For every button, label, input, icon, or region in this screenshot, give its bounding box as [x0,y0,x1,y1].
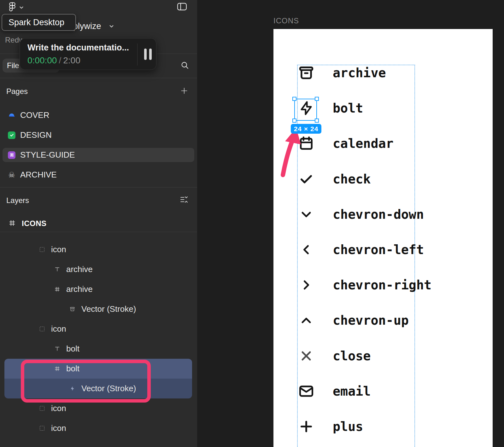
canvas-icon-row-check[interactable]: check [273,170,493,188]
page-label: COVER [20,110,49,120]
close-icon[interactable] [298,348,314,364]
divider [137,44,138,66]
layer-row-bolt[interactable]: bolt [0,339,197,359]
chevron-right-icon[interactable] [298,277,314,293]
layer-row-background [4,418,192,438]
component-icon [38,247,45,252]
text-icon [54,346,61,351]
layer-row-archive[interactable]: archive [0,259,197,279]
selection-handle[interactable] [315,97,319,101]
layer-label: icon [51,403,66,413]
icon-label: archive [333,66,386,80]
figma-app-window: Redw plywize File Pages COVER DESIGN STY… [0,0,504,447]
divider [0,78,197,78]
icon-label: chevron-left [333,242,424,257]
collapse-layers-icon[interactable] [179,195,188,205]
chevron-down-icon[interactable] [298,206,314,223]
timer-widget[interactable]: Write the documentatio... 0:00:00/2:00 [20,38,156,70]
layer-row-background [4,240,192,259]
icon-label: email [333,384,371,398]
component-icon [38,426,45,431]
canvas-white-frame[interactable]: archive bolt calendar check chevron-down… [273,29,493,447]
sidebar-toggle-icon[interactable] [177,3,187,12]
chevron-down-icon[interactable] [19,5,24,11]
chevron-down-icon [109,24,114,29]
project-name[interactable]: plywize [73,21,114,31]
icon-label: chevron-down [333,207,424,222]
chevron-left-icon[interactable] [298,241,314,258]
layer-label: icon [51,423,66,433]
canvas-icon-row-archive[interactable]: archive [273,64,493,82]
layer-row-icons-frame[interactable]: ICONS [0,216,197,231]
layer-label: icon [51,245,66,254]
layer-row-icon[interactable]: icon [0,240,197,259]
icon-label: bolt [333,101,363,115]
page-label: STYLE-GUIDE [20,150,75,160]
search-icon[interactable] [180,61,189,71]
canvas-icon-row-plus[interactable]: plus [273,418,493,435]
sidebar-page-cover[interactable]: COVER [0,105,197,125]
plus-icon[interactable] [298,418,314,435]
layer-row-icon[interactable]: icon [0,319,197,339]
green-check-emoji [8,131,16,139]
canvas-icon-row-chevron-left[interactable]: chevron-left [273,241,493,258]
pause-button[interactable] [142,49,154,61]
tooltip-spark-desktop: Spark Desktop [2,14,76,31]
atom-emoji [8,151,16,159]
canvas-frame-title[interactable]: ICONS [273,16,299,25]
canvas-icon-row-calendar[interactable]: calendar [273,135,493,152]
component-icon [38,406,45,411]
layer-label: Vector (Stroke) [81,304,136,314]
selection-handle[interactable] [292,119,296,123]
check-icon[interactable] [298,171,314,187]
canvas-icon-row-chevron-up[interactable]: chevron-up [273,311,493,329]
timer-elapsed: 0:00:00 [27,55,57,65]
archive-icon[interactable] [298,65,314,81]
page-label: DESIGN [20,130,52,140]
skull-emoji: ☠ [8,171,16,179]
layer-label: bolt [66,344,79,354]
icon-label: close [333,349,371,363]
text-icon [54,267,61,272]
canvas-icon-row-email[interactable]: email [273,382,493,400]
frame-icon [9,220,15,228]
selection-handle[interactable] [315,119,319,123]
selection-handle[interactable] [292,97,296,101]
size-badge: 24 × 24 [291,124,321,134]
icon-label: plus [333,419,363,434]
page-label: ARCHIVE [20,170,57,180]
bolt-selection-box[interactable] [294,99,317,121]
canvas-icon-row-close[interactable]: close [273,347,493,365]
figma-logo-icon[interactable] [8,2,17,13]
layer-label: archive [66,264,93,274]
layer-row-archive[interactable]: archive [0,279,197,299]
timer-times: 0:00:00/2:00 [27,55,80,66]
layer-row-vector-stroke-[interactable]: Vector (Stroke) [0,299,197,319]
canvas-icon-row-chevron-down[interactable]: chevron-down [273,206,493,223]
pages-header: Pages [6,87,28,96]
layer-row-background [4,259,192,279]
chevron-up-icon[interactable] [298,312,314,328]
icon-label: chevron-right [333,278,431,292]
add-page-button[interactable] [180,87,188,96]
layer-row-icon[interactable]: icon [0,418,197,438]
sidebar-page-style-guide[interactable]: STYLE-GUIDE [0,145,197,165]
layer-label: icon [51,324,66,334]
canvas-icon-row-chevron-right[interactable]: chevron-right [273,276,493,294]
calendar-icon[interactable] [298,135,314,152]
layers-list: icon archive archive Vector (Stroke) ico… [0,240,197,438]
component-icon [38,327,45,331]
pages-list: COVER DESIGN STYLE-GUIDE ☠ ARCHIVE [0,105,197,185]
sidebar-page-archive[interactable]: ☠ ARCHIVE [0,165,197,185]
pink-annotation-rectangle [21,360,151,403]
icon-label: calendar [333,136,394,151]
divider [0,232,197,232]
layer-row-background [4,319,192,339]
frame-icon [54,287,61,292]
sidebar-page-design[interactable]: DESIGN [0,125,197,145]
icon-label: check [333,172,371,186]
divider [0,187,197,188]
layer-label: archive [66,284,93,294]
timer-total: 2:00 [63,55,80,65]
email-icon[interactable] [298,383,314,399]
